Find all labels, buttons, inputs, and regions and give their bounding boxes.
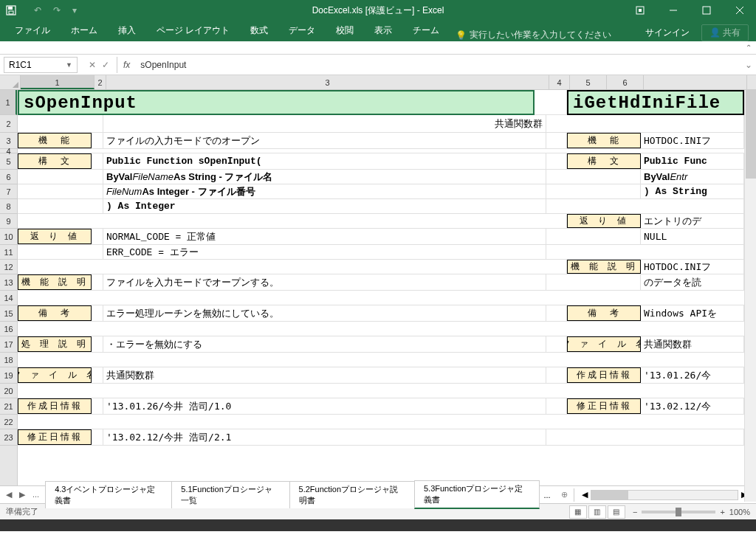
cell[interactable] — [18, 245, 103, 259]
tab-review[interactable]: 校閲 — [326, 20, 364, 41]
cell[interactable] — [546, 398, 567, 414]
cell-koubun3[interactable]: FileNum As Integer - ファイル番号 — [103, 184, 546, 198]
name-box[interactable]: R1C1 ▼ — [4, 57, 78, 73]
signin-link[interactable]: サインイン — [645, 27, 690, 39]
cell-bikou[interactable]: エラー処理ルーチンを無効にしている。 — [103, 305, 546, 321]
cell[interactable] — [546, 170, 641, 184]
field-label[interactable]: 処 理 説 明 — [18, 336, 92, 352]
cell[interactable] — [546, 153, 567, 169]
row-header[interactable]: 5 — [0, 153, 17, 170]
cell[interactable] — [92, 133, 103, 148]
cell-kaeri1[interactable]: NORMAL_CODE = 正常値 — [103, 229, 546, 244]
horizontal-scroll-thumb[interactable] — [591, 491, 628, 499]
cell[interactable] — [546, 367, 567, 383]
cell[interactable] — [546, 115, 744, 132]
field-label[interactable]: 作成日情報 — [567, 367, 641, 383]
cancel-formula-icon[interactable]: ✕ — [89, 60, 96, 70]
field-label[interactable]: 機 能 説 明 — [18, 274, 92, 290]
field-label[interactable]: 備 考 — [18, 305, 92, 321]
cell[interactable] — [535, 90, 567, 114]
cell[interactable] — [546, 305, 567, 321]
row-header[interactable]: 11 — [0, 245, 17, 260]
field-label[interactable]: 構 文 — [567, 153, 641, 169]
cell[interactable] — [546, 245, 744, 259]
view-pagelayout-button[interactable]: ▥ — [588, 505, 606, 519]
tab-home[interactable]: ホーム — [61, 20, 108, 41]
cell[interactable] — [18, 415, 756, 429]
cell[interactable] — [92, 367, 103, 383]
cell-kinousetsumei2-r[interactable]: のデータを読 — [641, 274, 744, 290]
field-label[interactable]: 機 能 — [567, 133, 641, 148]
view-normal-button[interactable]: ▦ — [569, 505, 587, 519]
qat-dropdown-icon[interactable]: ▾ — [68, 5, 81, 15]
field-label[interactable]: 修正日情報 — [18, 429, 92, 445]
row-header[interactable]: 12 — [0, 260, 17, 274]
formula-input[interactable]: sOpenInput — [136, 60, 741, 70]
cell[interactable] — [92, 305, 103, 321]
sheet-nav-more[interactable]: ... — [30, 490, 42, 499]
cell[interactable] — [18, 170, 103, 184]
cell[interactable] — [18, 149, 756, 153]
cell[interactable] — [18, 199, 103, 213]
field-label[interactable]: 構 文 — [18, 153, 92, 169]
function-title-left[interactable]: sOpenInput — [18, 90, 535, 115]
row-header[interactable]: 15 — [0, 305, 17, 322]
row-header[interactable]: 20 — [0, 384, 17, 398]
maximize-button[interactable] — [690, 0, 723, 21]
row-header[interactable]: 6 — [0, 170, 17, 184]
cell-filename[interactable]: 共通関数群 — [103, 367, 546, 383]
cell-koubun3-r[interactable]: ) As String — [641, 184, 744, 198]
cell-filename-r[interactable]: 共通関数群 — [641, 336, 744, 352]
tell-me-box[interactable]: 💡 実行したい作業を入力してください — [456, 29, 611, 41]
fx-icon[interactable]: fx — [117, 60, 136, 70]
cell[interactable] — [546, 184, 641, 198]
tab-file[interactable]: ファイル — [4, 20, 61, 41]
tab-data[interactable]: データ — [278, 20, 326, 41]
cell-shuusei[interactable]: '13.02.12/今井 浩司/2.1 — [103, 429, 546, 445]
zoom-slider[interactable] — [642, 511, 715, 513]
cell[interactable] — [546, 274, 641, 290]
column-header[interactable] — [644, 75, 747, 89]
cell[interactable] — [18, 291, 756, 305]
cell-kinou-r[interactable]: HOTDOC.INIフ — [641, 133, 744, 148]
cell-shuusei-r[interactable]: '13.02.12/今 — [641, 398, 744, 414]
cell-shorisetsumei[interactable]: ・エラーを無効にする — [103, 336, 546, 352]
cell[interactable] — [18, 184, 103, 198]
expand-formula-icon[interactable]: ⌄ — [741, 60, 756, 70]
row-header[interactable]: 23 — [0, 429, 17, 446]
zoom-slider-knob[interactable] — [676, 508, 681, 516]
cell[interactable] — [18, 322, 756, 336]
row-header[interactable]: 18 — [0, 353, 17, 367]
cell-koubun1[interactable]: Public Function sOpenInput( — [103, 153, 546, 169]
cell-kaeri2-r[interactable]: NULL — [641, 229, 744, 244]
column-header[interactable]: 4 — [549, 75, 570, 89]
cell[interactable] — [18, 115, 103, 132]
row-header[interactable]: 16 — [0, 322, 17, 336]
row-header[interactable]: 9 — [0, 214, 17, 229]
field-label[interactable]: 機 能 — [18, 133, 92, 148]
tab-view[interactable]: 表示 — [364, 20, 402, 41]
sheet-nav-next-icon[interactable]: ▶ — [16, 490, 28, 499]
row-header[interactable]: 7 — [0, 184, 17, 199]
cell[interactable] — [92, 336, 103, 352]
cell-kinou[interactable]: ファイルの入力モードでのオープン — [103, 133, 546, 148]
cell[interactable] — [546, 429, 744, 445]
cell[interactable] — [92, 429, 103, 445]
cell-sakusei[interactable]: '13.01.26/今井 浩司/1.0 — [103, 398, 546, 414]
vertical-scrollbar[interactable] — [744, 90, 756, 502]
zoom-out-button[interactable]: − — [633, 508, 637, 516]
accept-formula-icon[interactable]: ✓ — [102, 60, 109, 70]
select-all-corner[interactable] — [0, 75, 21, 89]
column-header[interactable]: 3 — [106, 75, 549, 89]
cell-koubun1-r[interactable]: Public Func — [641, 153, 744, 169]
field-label[interactable]: 返 り 値 — [567, 214, 641, 228]
row-header[interactable]: 2 — [0, 115, 17, 133]
field-label[interactable]: フ ァ イ ル 名 — [18, 367, 92, 383]
cell[interactable] — [92, 398, 103, 414]
collapse-ribbon-icon[interactable]: ⌃ — [746, 44, 752, 52]
undo-icon[interactable]: ↶ — [30, 5, 46, 15]
close-button[interactable] — [723, 0, 756, 21]
field-label[interactable]: 機 能 説 明 — [567, 260, 641, 274]
cell-kaeri2[interactable]: ERR_CODE = エラー — [103, 245, 546, 259]
cell[interactable] — [18, 384, 756, 398]
